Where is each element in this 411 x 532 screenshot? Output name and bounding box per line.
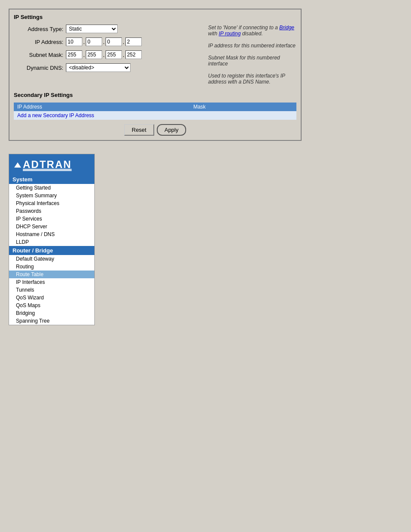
apply-button[interactable]: Apply bbox=[157, 124, 187, 136]
address-type-row: Address Type: Static DHCP None bbox=[14, 25, 197, 33]
ip-dot-3: . bbox=[123, 38, 125, 45]
secondary-ip-section: Secondary IP Settings IP Address Mask Ad… bbox=[14, 92, 296, 120]
sidebar-item-system-summary[interactable]: System Summary bbox=[9, 192, 94, 199]
mask-dot-2: . bbox=[103, 51, 105, 58]
sidebar-item-routing[interactable]: Routing bbox=[9, 263, 94, 271]
ip-settings-panel: IP Settings Address Type: Static DHCP No… bbox=[9, 9, 302, 141]
ip-address-label: IP Address: bbox=[14, 39, 63, 45]
ip-octet-2[interactable] bbox=[86, 37, 102, 46]
address-type-note: Set to 'None' if connecting to a Bridge … bbox=[208, 25, 296, 37]
router-bridge-section-header: Router / Bridge bbox=[9, 246, 94, 255]
sidebar: ADTRAN System Getting Started System Sum… bbox=[9, 154, 95, 325]
mask-octet-4[interactable] bbox=[125, 50, 142, 59]
bridge-link[interactable]: Bridge bbox=[279, 25, 294, 31]
sidebar-item-tunnels[interactable]: Tunnels bbox=[9, 286, 94, 294]
sidebar-item-spanning-tree[interactable]: Spanning Tree bbox=[9, 317, 94, 325]
sidebar-item-dhcp-server[interactable]: DHCP Server bbox=[9, 223, 94, 230]
button-row: Reset Apply bbox=[14, 124, 296, 136]
sidebar-item-lldp[interactable]: LLDP bbox=[9, 238, 94, 246]
logo-text: ADTRAN bbox=[23, 159, 72, 171]
ip-settings-title: IP Settings bbox=[14, 14, 296, 20]
mask-octet-1[interactable] bbox=[66, 50, 82, 59]
ip-octet-4[interactable] bbox=[125, 37, 142, 46]
sidebar-item-default-gateway[interactable]: Default Gateway bbox=[9, 255, 94, 263]
dynamic-dns-row: Dynamic DNS: <disabled> bbox=[14, 63, 197, 72]
notes-column: Set to 'None' if connecting to a Bridge … bbox=[202, 25, 296, 89]
sidebar-item-bridging[interactable]: Bridging bbox=[9, 309, 94, 317]
ip-octet-3[interactable] bbox=[106, 37, 122, 46]
secondary-ip-table: IP Address Mask Add a new Secondary IP A… bbox=[14, 103, 296, 120]
sidebar-item-hostname-dns[interactable]: Hostname / DNS bbox=[9, 230, 94, 238]
sidebar-item-ip-services[interactable]: IP Services bbox=[9, 215, 94, 223]
sidebar-item-qos-wizard[interactable]: QoS Wizard bbox=[9, 294, 94, 302]
dynamic-dns-label: Dynamic DNS: bbox=[14, 65, 63, 71]
address-type-select[interactable]: Static DHCP None bbox=[66, 25, 118, 33]
mask-octet-3[interactable] bbox=[106, 50, 122, 59]
add-secondary-link[interactable]: Add a new Secondary IP Address bbox=[17, 112, 94, 118]
ip-dot-2: . bbox=[103, 38, 105, 45]
sidebar-item-route-table[interactable]: Route Table bbox=[9, 271, 94, 278]
sidebar-item-passwords[interactable]: Passwords bbox=[9, 207, 94, 215]
ip-address-row: IP Address: . . . bbox=[14, 37, 197, 46]
ip-address-note: IP address for this numbered interface bbox=[208, 43, 296, 49]
dynamic-dns-select[interactable]: <disabled> bbox=[66, 63, 131, 72]
secondary-col-ip: IP Address bbox=[14, 103, 190, 111]
secondary-col-mask: Mask bbox=[190, 103, 296, 111]
system-section-header: System bbox=[9, 175, 94, 184]
mask-dot-1: . bbox=[83, 51, 85, 58]
sidebar-item-ip-interfaces[interactable]: IP Interfaces bbox=[9, 278, 94, 286]
mask-dot-3: . bbox=[123, 51, 125, 58]
dynamic-dns-note: Used to register this interface's IP add… bbox=[208, 73, 296, 85]
sidebar-item-physical-interfaces[interactable]: Physical Interfaces bbox=[9, 199, 94, 207]
add-secondary-row: Add a new Secondary IP Address bbox=[14, 111, 296, 120]
ip-octet-1[interactable] bbox=[66, 37, 82, 46]
sidebar-item-getting-started[interactable]: Getting Started bbox=[9, 184, 94, 192]
address-type-label: Address Type: bbox=[14, 26, 63, 32]
subnet-mask-label: Subnet Mask: bbox=[14, 52, 63, 58]
logo-triangle-icon bbox=[14, 162, 21, 168]
reset-button[interactable]: Reset bbox=[124, 124, 154, 136]
subnet-mask-note: Subnet Mask for this numbered interface bbox=[208, 55, 296, 67]
ip-dot-1: . bbox=[83, 38, 85, 45]
sidebar-item-qos-maps[interactable]: QoS Maps bbox=[9, 302, 94, 309]
adtran-logo: ADTRAN bbox=[9, 154, 94, 175]
mask-octet-2[interactable] bbox=[86, 50, 102, 59]
secondary-ip-title: Secondary IP Settings bbox=[14, 92, 296, 98]
subnet-mask-row: Subnet Mask: . . . bbox=[14, 50, 197, 59]
ip-routing-link[interactable]: IP routing bbox=[219, 31, 241, 37]
